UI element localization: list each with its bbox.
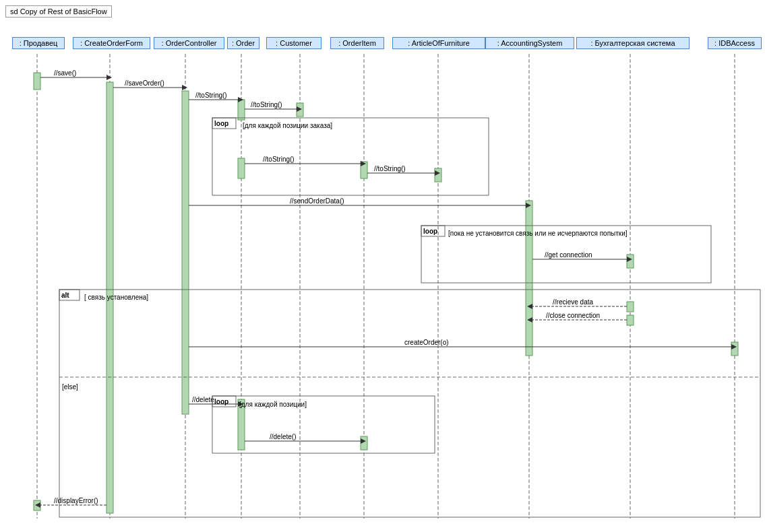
lifeline-idbaccess: : IDBAccess <box>708 37 762 49</box>
svg-marker-63 <box>361 438 366 444</box>
svg-rect-11 <box>106 82 113 513</box>
svg-marker-42 <box>435 170 440 176</box>
svg-marker-57 <box>731 344 737 350</box>
svg-text://recieve data: //recieve data <box>553 298 593 306</box>
svg-text://close connection: //close connection <box>546 312 600 319</box>
svg-text:[для   каждой позиции]: [для каждой позиции] <box>239 401 307 408</box>
svg-rect-16 <box>361 162 367 178</box>
svg-text://toString(): //toString() <box>251 101 282 108</box>
svg-text://toString(): //toString() <box>195 92 227 99</box>
svg-rect-18 <box>526 201 532 356</box>
svg-text://delete(): //delete() <box>270 433 296 440</box>
svg-rect-82 <box>212 396 435 453</box>
svg-text:[пока не установится   связь и: [пока не установится связь или не исчерп… <box>448 230 628 237</box>
svg-rect-14 <box>297 103 303 117</box>
lifeline-prodavec: : Продавец <box>12 37 65 49</box>
lifeline-ordercontroller: : OrderController <box>154 37 224 49</box>
svg-marker-60 <box>238 401 243 407</box>
svg-text:alt: alt <box>61 292 69 299</box>
svg-text:[else]: [else] <box>62 383 78 391</box>
svg-marker-36 <box>297 106 302 112</box>
lifeline-accountingsystem: : AccountingSystem <box>485 37 574 49</box>
svg-text://save(): //save() <box>54 69 76 77</box>
svg-rect-17 <box>435 168 441 182</box>
svg-marker-30 <box>182 85 187 90</box>
svg-rect-20 <box>627 302 634 312</box>
svg-text://toString(): //toString() <box>374 165 406 172</box>
svg-rect-15 <box>238 158 245 178</box>
svg-rect-72 <box>421 226 711 283</box>
svg-rect-73 <box>421 226 445 236</box>
svg-marker-51 <box>527 304 532 309</box>
diagram-container: sd Copy of Rest of BasicFlow <box>0 0 765 532</box>
svg-rect-68 <box>212 118 489 195</box>
lifeline-orderitem: : OrderItem <box>330 37 384 49</box>
svg-rect-23 <box>238 399 245 450</box>
svg-marker-45 <box>526 203 531 208</box>
svg-text:createOrder(o): createOrder(o) <box>404 339 449 346</box>
svg-text:loop: loop <box>214 120 228 127</box>
svg-rect-76 <box>59 290 760 517</box>
svg-text://saveOrder(): //saveOrder() <box>125 79 164 87</box>
svg-text://get connection: //get connection <box>545 251 592 259</box>
svg-rect-13 <box>238 100 245 120</box>
svg-text://toString(): //toString() <box>263 156 295 163</box>
svg-rect-12 <box>182 91 189 414</box>
lifeline-buhgalterskaya: : Бухгалтерская система <box>576 37 690 49</box>
svg-text://delete: //delete <box>192 396 214 403</box>
diagram-title: sd Copy of Rest of BasicFlow <box>5 5 112 18</box>
lifeline-order: : Order <box>227 37 259 49</box>
svg-rect-21 <box>627 315 634 325</box>
svg-rect-10 <box>34 73 40 90</box>
svg-marker-33 <box>238 97 243 102</box>
svg-text:[для   каждой позиции заказа]: [для каждой позиции заказа] <box>243 122 332 129</box>
svg-marker-48 <box>627 257 632 262</box>
svg-marker-54 <box>527 317 532 323</box>
lifeline-articleoffurniture: : ArticleOfFurniture <box>392 37 485 49</box>
svg-rect-69 <box>212 118 236 129</box>
svg-text://sendOrderData(): //sendOrderData() <box>290 197 344 205</box>
svg-marker-39 <box>361 161 366 166</box>
svg-text:[ связь   установлена]: [ связь установлена] <box>84 294 148 301</box>
svg-rect-24 <box>361 436 367 450</box>
svg-rect-77 <box>59 290 80 300</box>
svg-text:loop: loop <box>214 398 228 405</box>
svg-rect-83 <box>212 396 236 407</box>
svg-text:loop: loop <box>423 228 437 235</box>
svg-marker-27 <box>106 75 112 80</box>
lifeline-customer: : Customer <box>266 37 322 49</box>
svg-text://displayError(): //displayError() <box>54 497 98 504</box>
svg-rect-25 <box>34 500 40 510</box>
svg-rect-22 <box>731 342 738 356</box>
arrows-svg: //save() //saveOrder() //toString() //to… <box>0 0 765 532</box>
lifeline-createorderform: : CreateOrderForm <box>73 37 150 49</box>
svg-rect-19 <box>627 255 634 268</box>
svg-marker-66 <box>35 502 40 508</box>
